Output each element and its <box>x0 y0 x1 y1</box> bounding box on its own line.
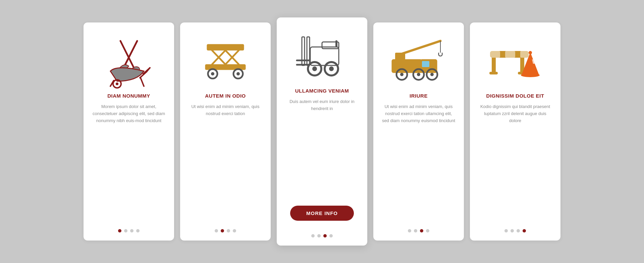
svg-rect-33 <box>422 61 429 67</box>
svg-point-30 <box>312 66 317 71</box>
card-1-dots <box>118 229 140 232</box>
svg-point-28 <box>329 66 334 71</box>
svg-rect-48 <box>520 51 529 58</box>
svg-rect-49 <box>489 72 498 74</box>
dot <box>215 229 218 232</box>
svg-rect-10 <box>207 44 244 50</box>
svg-point-6 <box>116 83 118 85</box>
card-5: DIGNISSIM DOLOE EIT Kodio dignissim qui … <box>470 22 560 241</box>
svg-point-19 <box>236 72 240 75</box>
card-1-title: DIAM NONUMMY <box>107 93 150 99</box>
dot <box>233 229 236 232</box>
svg-rect-46 <box>490 51 500 58</box>
svg-line-0 <box>120 41 134 68</box>
card-4-text: Ut wisi enim ad minim veniam, quis nostr… <box>381 103 456 221</box>
card-3-dots <box>311 234 333 238</box>
svg-point-40 <box>417 73 420 76</box>
svg-point-42 <box>430 73 434 76</box>
dot <box>124 229 127 232</box>
dot <box>504 229 508 232</box>
dot <box>414 229 417 232</box>
barrier-cone-icon <box>485 33 545 86</box>
card-3-title: ULLAMCING VENIAM <box>295 88 349 94</box>
card-4: IRIURE Ut wisi enim ad minim veniam, qui… <box>373 22 464 241</box>
dot <box>136 229 140 232</box>
card-3: ULLAMCING VENIAM Duis autem vel eum iriu… <box>277 17 367 246</box>
wheelbarrow-shovel-icon <box>99 33 159 86</box>
svg-rect-47 <box>505 51 515 58</box>
svg-line-35 <box>400 41 440 54</box>
card-5-title: DIGNISSIM DOLOE EIT <box>486 93 544 99</box>
card-4-dots <box>408 229 429 232</box>
cards-container: DIAM NONUMMY Morem ipsum dolor sit amet,… <box>63 4 581 259</box>
dot <box>227 229 230 232</box>
card-2-title: AUTEM IN ODIO <box>205 93 246 99</box>
card-5-text: Kodio dignissim qui blandit praesent lup… <box>478 103 552 221</box>
svg-rect-31 <box>392 59 422 73</box>
card-2-text: Ut wisi enim ad minim veniam, quis nostr… <box>188 103 263 221</box>
svg-rect-26 <box>335 40 337 47</box>
dot <box>511 229 514 232</box>
more-info-button[interactable]: MORE INFO <box>290 206 354 221</box>
card-1: DIAM NONUMMY Morem ipsum dolor sit amet,… <box>84 22 174 241</box>
svg-point-53 <box>521 73 540 77</box>
dot-active <box>523 229 526 232</box>
dot <box>408 229 411 232</box>
card-2-dots <box>215 229 236 232</box>
card-3-text: Duis autem vel eum iriure dolor in hendr… <box>285 98 359 200</box>
dot-active <box>221 229 224 232</box>
card-4-title: IRIURE <box>410 93 428 99</box>
dot <box>329 234 333 238</box>
scissor-lift-icon <box>195 33 256 86</box>
card-5-dots <box>504 229 526 232</box>
dot-active <box>323 234 327 238</box>
svg-line-4 <box>141 78 144 86</box>
dot <box>426 229 429 232</box>
card-1-text: Morem ipsum dolor sit amet, consectetuer… <box>92 103 166 221</box>
dot <box>517 229 520 232</box>
svg-point-17 <box>211 72 214 75</box>
dot-active <box>118 229 121 232</box>
dot-active <box>420 229 423 232</box>
dot <box>311 234 315 238</box>
dot <box>130 229 133 232</box>
crane-truck-icon <box>388 33 449 86</box>
card-2: AUTEM IN ODIO Ut wisi enim ad minim veni… <box>180 22 271 241</box>
svg-point-54 <box>529 51 532 54</box>
svg-point-38 <box>400 73 404 76</box>
dot <box>317 234 321 238</box>
forklift-icon <box>292 28 352 81</box>
